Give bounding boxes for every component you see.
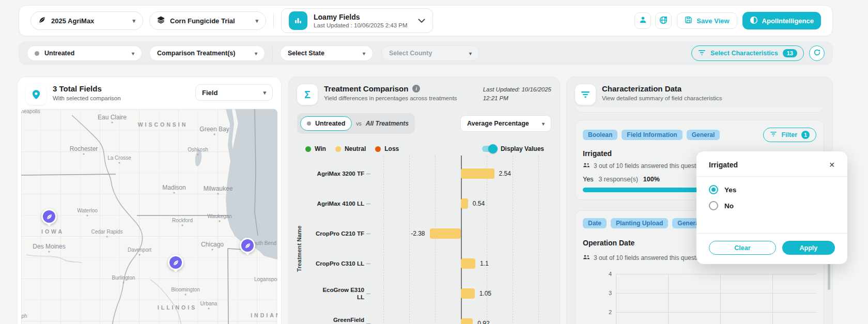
tag-chip: General (687, 130, 720, 140)
group-by-field-select[interactable]: Field ▾ (195, 84, 273, 101)
comparison-chip-label: All Treatments (366, 120, 409, 127)
radio-icon (709, 201, 718, 210)
base-treatment-chip[interactable]: Untreated (300, 116, 352, 131)
filter-lines-icon (698, 50, 706, 57)
legend-item: Win (305, 145, 326, 152)
user-icon (639, 16, 647, 26)
response-percent: 100% (643, 176, 660, 183)
clear-button[interactable]: Clear (709, 241, 776, 255)
dataset-select[interactable]: Loamy Fields Last Updated : 10/06/2025 2… (281, 8, 433, 33)
display-values-label: Display Values (501, 145, 544, 152)
tag-chip: Planting Upload (611, 218, 668, 228)
save-view-button[interactable]: Save View (677, 12, 737, 29)
base-treatment-label: Untreated (44, 50, 74, 57)
metric-label: Average Percentage (467, 120, 529, 127)
sigma-glyph: Σ (304, 89, 311, 101)
apol-intelligence-button[interactable]: ApolIntelligence (742, 12, 821, 29)
chart-row: CropPro C210 TF-2.38 (297, 219, 551, 249)
city-dot-icon (218, 193, 219, 195)
category-label-text: GreenField L340RC (315, 316, 364, 324)
modal-options: YesNo (709, 185, 835, 210)
trial-select[interactable]: Corn Fungicide Trial ▾ (149, 11, 266, 30)
close-icon[interactable]: ✕ (829, 161, 835, 168)
bar-value-label: 0.54 (473, 200, 485, 207)
globe-icon (659, 16, 668, 26)
city-label: Minneapolis (21, 109, 40, 114)
category-label: GreenField L340RC (297, 316, 364, 324)
metric-select[interactable]: Average Percentage ▾ (460, 115, 551, 132)
category-label-text: AgriMax 4100 LL (317, 200, 364, 207)
characteristics-count-badge: 13 (783, 49, 797, 57)
state-select[interactable]: Select State ▾ (280, 45, 373, 61)
legend-dot-icon (375, 146, 381, 152)
radio-option[interactable]: No (709, 201, 835, 210)
category-label: EcoGrow E310 LL (297, 286, 364, 301)
treatment-panel-subtitle: Yield differences in percentages across … (324, 95, 457, 101)
legend-item: Loss (375, 145, 399, 152)
city-dot-icon (208, 308, 210, 310)
comparison-chip-group: Untreated vs All Treatments (297, 113, 415, 134)
bar (430, 228, 461, 239)
bar-value-label: -2.38 (411, 230, 425, 237)
comparison-treatments-select[interactable]: Comparison Treatment(s) ▾ (149, 45, 265, 61)
state-label: IOWA (41, 228, 64, 235)
city-dot-icon (83, 153, 85, 155)
question-filter-button[interactable]: Filter 1 (763, 128, 816, 142)
treatment-panel-titles: Treatment Comparison i Yield differences… (324, 84, 457, 101)
bar (461, 288, 475, 299)
treatment-last-updated: Last Updated: 10/16/2025 12:21 PM (483, 84, 551, 103)
chart-plot-cell: 1.05 (370, 279, 551, 308)
treatment-panel-header: Σ Treatment Comparison i Yield differenc… (297, 84, 551, 105)
info-icon[interactable]: i (412, 85, 420, 92)
program-select[interactable]: 2025 AgriMax ▾ (30, 11, 143, 30)
city-label: Davenport (128, 247, 151, 253)
chart-row: GreenField L340RC0.92 (297, 308, 551, 324)
category-label: CropPro C210 TF (297, 230, 364, 237)
base-chip-label: Untreated (315, 120, 345, 127)
tag-chip: Field Information (622, 130, 682, 140)
city-label: Bloomington (171, 287, 200, 292)
question-tags: BooleanField InformationGeneral Filter 1 (583, 128, 816, 142)
previous-question-card (575, 107, 824, 113)
treatment-comparison-panel: Σ Treatment Comparison i Yield differenc… (288, 76, 560, 324)
county-placeholder: Select County (389, 50, 432, 57)
city-dot-icon (139, 254, 141, 256)
field-marker[interactable] (240, 238, 255, 253)
category-label-text: EcoGrow E310 LL (315, 286, 364, 301)
treatment-bar-chart: Treatment Name AgriMax 3200 TF2.54AgriMa… (297, 159, 551, 324)
modal-footer: Clear Apply (709, 233, 835, 255)
state-label: WISCONSIN (138, 121, 188, 128)
treatment-dot-icon (307, 121, 311, 126)
answered-text: 3 out of 10 fields answered this questio… (594, 254, 704, 261)
chevron-down-icon: ▾ (255, 51, 257, 56)
city-label: Burlington (112, 275, 135, 281)
field-marker[interactable] (41, 209, 57, 224)
city-label: Urbana (200, 301, 218, 306)
radio-option[interactable]: Yes (709, 185, 835, 194)
tag-list: BooleanField InformationGeneral (583, 130, 720, 140)
fields-map[interactable]: WISCONSINIOWAILLINOISINDIANAMinneapolisE… (21, 109, 277, 324)
city-dot-icon (185, 294, 187, 296)
base-treatment-select[interactable]: Untreated ▾ (27, 45, 142, 61)
trial-label: Corn Fungicide Trial (170, 17, 235, 25)
globe-button[interactable] (655, 12, 672, 29)
city-label: Milwaukee (204, 185, 233, 192)
select-characteristics-button[interactable]: Select Characteristics 13 (691, 45, 804, 61)
chart-plot-cell: 1.1 (370, 249, 551, 279)
tag-chip: Boolean (583, 130, 617, 140)
field-marker[interactable] (168, 255, 183, 270)
chevron-down-icon (418, 16, 425, 25)
county-select[interactable]: Select County ▾ (381, 45, 479, 61)
refresh-button[interactable] (809, 45, 825, 61)
display-values-toggle[interactable]: Display Values (482, 145, 544, 152)
axis-tick (366, 204, 370, 204)
chart-row: EcoGrow E310 LL1.05 (297, 279, 551, 308)
user-button[interactable] (634, 12, 651, 29)
city-label: Eau Claire (98, 114, 127, 121)
fields-map-panel: 3 Total Fields With selected comparison … (17, 76, 282, 324)
apply-button[interactable]: Apply (782, 241, 835, 255)
city-dot-icon (219, 221, 221, 222)
characterization-titles: Characterization Data View detailed summ… (602, 84, 722, 101)
treatment-dot-icon (35, 51, 39, 56)
layers-icon (157, 16, 165, 25)
